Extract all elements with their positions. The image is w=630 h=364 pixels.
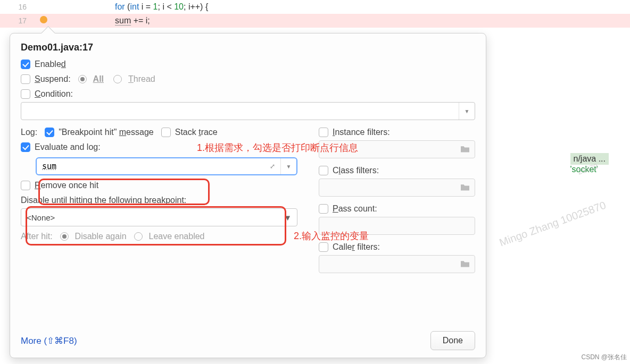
expand-icon[interactable]: ⤢ bbox=[264, 158, 280, 174]
pass-count-input[interactable] bbox=[319, 217, 475, 235]
line-number: 16 bbox=[0, 3, 31, 11]
log-label: Log: bbox=[21, 128, 37, 137]
breakpoint-hit-checkbox[interactable]: "Breakpoint hit" message bbox=[45, 128, 154, 137]
code-line-17: sum += i; bbox=[56, 16, 150, 26]
after-hit-leave-label: Leave enabled bbox=[149, 232, 205, 241]
more-link[interactable]: More (⇧⌘F8) bbox=[21, 335, 77, 346]
chevron-down-icon[interactable]: ▼ bbox=[280, 158, 296, 174]
breakpoint-settings-popover: Demo01.java:17 Enabled Suspend: All Thre… bbox=[10, 33, 486, 358]
radio-icon bbox=[78, 75, 87, 83]
class-filters-checkbox[interactable]: Class filters: bbox=[319, 166, 475, 175]
console-fragment: n/java ... 'socket' bbox=[570, 153, 609, 174]
attribution: CSDN @张名佳 bbox=[581, 353, 627, 362]
disable-until-select[interactable]: <None> ▼ bbox=[21, 208, 297, 226]
popover-title: Demo01.java:17 bbox=[21, 42, 475, 53]
evaluate-checkbox[interactable]: Evaluate and log: bbox=[21, 142, 101, 152]
checkbox-icon bbox=[21, 60, 30, 69]
disable-until-value: <None> bbox=[27, 213, 55, 222]
radio-icon bbox=[134, 232, 143, 241]
stack-trace-label: Stack trace bbox=[175, 128, 218, 137]
instance-filters-label: Instance filters: bbox=[333, 128, 390, 137]
folder-icon[interactable] bbox=[460, 145, 470, 155]
folder-icon[interactable] bbox=[460, 183, 470, 193]
condition-label: Condition: bbox=[35, 89, 73, 99]
after-hit-leave-radio[interactable]: Leave enabled bbox=[134, 232, 205, 241]
watermark: Mingo Zhang 10025870 bbox=[498, 199, 607, 249]
suspend-all-label: All bbox=[93, 74, 104, 84]
remove-once-label: Remove once hit bbox=[35, 181, 98, 190]
class-filters-input[interactable] bbox=[319, 179, 475, 197]
condition-input[interactable] bbox=[21, 106, 459, 116]
checkbox-icon bbox=[21, 74, 30, 84]
radio-icon bbox=[60, 232, 69, 241]
after-hit-disable-label: Disable again bbox=[75, 232, 127, 241]
pass-count-checkbox[interactable]: Pass count: bbox=[319, 204, 475, 214]
suspend-thread-label: Thread bbox=[128, 74, 155, 84]
stack-trace-checkbox[interactable]: Stack trace bbox=[161, 128, 218, 137]
checkbox-icon bbox=[161, 128, 171, 137]
checkbox-icon bbox=[21, 142, 30, 152]
suspend-checkbox[interactable]: Suspend: bbox=[21, 74, 71, 84]
folder-icon[interactable] bbox=[460, 259, 470, 270]
code-line-16: for (int i = 1; i < 10; i++) { bbox=[56, 2, 208, 12]
caller-filters-input[interactable] bbox=[319, 255, 475, 273]
radio-icon bbox=[113, 75, 122, 83]
after-hit-disable-radio[interactable]: Disable again bbox=[60, 232, 127, 241]
enabled-checkbox[interactable]: Enabled bbox=[21, 60, 66, 69]
line-number: 17 bbox=[0, 16, 31, 25]
chevron-down-icon[interactable]: ▼ bbox=[459, 103, 475, 120]
breakpoint-dot-icon[interactable] bbox=[40, 16, 47, 23]
checkbox-icon bbox=[319, 242, 328, 252]
code-editor-background: 16 for (int i = 1; i < 10; i++) { 17 sum… bbox=[0, 0, 630, 28]
checkbox-icon bbox=[319, 128, 328, 137]
pass-count-label: Pass count: bbox=[333, 204, 377, 214]
class-filters-label: Class filters: bbox=[333, 166, 379, 175]
breakpoint-hit-label: "Breakpoint hit" message bbox=[59, 128, 154, 137]
suspend-thread-radio[interactable]: Thread bbox=[113, 74, 155, 84]
condition-checkbox[interactable]: Condition: bbox=[21, 89, 73, 99]
evaluate-input[interactable] bbox=[37, 162, 264, 171]
checkbox-icon bbox=[21, 181, 30, 190]
enabled-label: Enabled bbox=[35, 60, 66, 69]
disable-until-label: Disable until hitting the following brea… bbox=[21, 196, 297, 205]
checkbox-icon bbox=[319, 166, 328, 175]
checkbox-icon bbox=[319, 204, 328, 214]
evaluate-label: Evaluate and log: bbox=[35, 142, 101, 152]
instance-filters-checkbox[interactable]: Instance filters: bbox=[319, 128, 475, 137]
instance-filters-input[interactable] bbox=[319, 140, 475, 158]
chevron-down-icon: ▼ bbox=[284, 213, 292, 222]
done-button[interactable]: Done bbox=[430, 331, 475, 350]
checkbox-icon bbox=[45, 128, 54, 137]
caller-filters-checkbox[interactable]: Caller filters: bbox=[319, 242, 475, 252]
remove-once-checkbox[interactable]: Remove once hit bbox=[21, 181, 98, 190]
suspend-all-radio[interactable]: All bbox=[78, 74, 104, 84]
suspend-label: Suspend: bbox=[35, 74, 71, 84]
after-hit-label: After hit: bbox=[21, 232, 53, 241]
checkbox-icon bbox=[21, 89, 30, 99]
caller-filters-label: Caller filters: bbox=[333, 242, 380, 252]
